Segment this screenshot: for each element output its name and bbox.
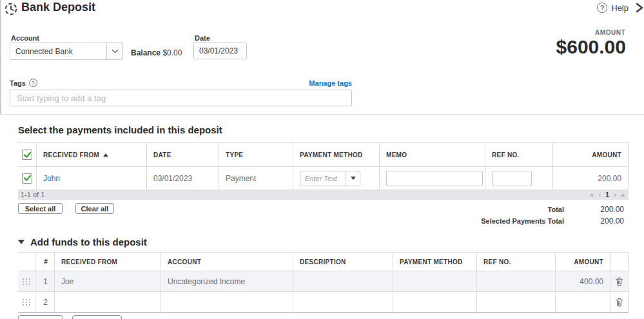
col-line-number: # — [35, 253, 55, 271]
line-number: 2 — [35, 292, 55, 312]
recent-transactions-icon[interactable] — [4, 2, 18, 16]
select-all-checkbox[interactable] — [22, 150, 32, 160]
fund-amount[interactable] — [556, 292, 610, 312]
col-amount[interactable]: AMOUNT — [553, 143, 629, 166]
memo-input[interactable] — [386, 171, 483, 186]
totals-block: Total 200.00 Selected Payments Total 200… — [481, 204, 624, 227]
caret-down-icon — [351, 177, 356, 180]
pagination-prev-button[interactable]: ‹ — [598, 191, 601, 198]
table-bottom-rule — [18, 312, 629, 313]
panel-left-edge — [0, 0, 1, 114]
payments-table-header: RECEIVED FROM DATE TYPE PAYMENT METHOD M… — [18, 143, 629, 167]
add-funds-collapse-toggle[interactable]: Add funds to this deposit — [18, 237, 147, 247]
received-from-link[interactable]: John — [43, 174, 60, 183]
col-description: DESCRIPTION — [293, 253, 393, 271]
amount-total: $600.00 — [556, 36, 626, 58]
tags-help-icon[interactable]: ? — [29, 79, 37, 87]
ref-no-input[interactable] — [492, 171, 532, 186]
fund-ref-no[interactable] — [477, 292, 556, 312]
fund-received-from[interactable]: Joe — [55, 271, 161, 291]
help-button[interactable]: ? Help — [597, 3, 629, 13]
add-funds-table: # RECEIVED FROM ACCOUNT DESCRIPTION PAYM… — [18, 252, 629, 313]
fund-payment-method[interactable] — [393, 271, 477, 291]
col-payment-method[interactable]: PAYMENT METHOD — [293, 143, 380, 166]
total-value: 200.00 — [564, 205, 624, 214]
col-memo[interactable]: MEMO — [380, 143, 485, 166]
add-funds-table-header: # RECEIVED FROM ACCOUNT DESCRIPTION PAYM… — [18, 253, 629, 271]
drag-handle-icon[interactable] — [23, 278, 31, 285]
clear-lines-button-cutoff[interactable] — [72, 315, 122, 319]
pagination-next-button[interactable]: › — [614, 191, 616, 198]
fund-ref-no[interactable] — [477, 271, 556, 291]
date-label: Date — [195, 34, 210, 42]
fund-row[interactable]: 2 — [18, 292, 629, 313]
delete-row-button[interactable] — [610, 277, 628, 286]
payment-method-combo — [300, 171, 360, 186]
payments-table: RECEIVED FROM DATE TYPE PAYMENT METHOD M… — [18, 142, 629, 190]
sort-asc-icon — [103, 153, 108, 157]
fund-account[interactable]: Uncategorized Income — [161, 271, 293, 291]
pagination-bar: 1-1 of 1 « ‹ 1 › » — [18, 189, 629, 200]
drag-handle-icon[interactable] — [23, 299, 31, 305]
fund-row[interactable]: 1 Joe Uncategorized Income 400.00 — [18, 271, 629, 292]
balance-display: Balance $0.00 — [131, 48, 182, 57]
row-checkbox[interactable] — [22, 173, 32, 184]
payment-type: Payment — [219, 167, 293, 189]
fund-account[interactable] — [161, 292, 293, 312]
bank-deposit-page: Bank Deposit ? Help Account Connected Ba… — [0, 0, 644, 319]
account-select-chevron[interactable] — [106, 43, 122, 59]
page-title: Bank Deposit — [21, 1, 95, 14]
delete-row-button[interactable] — [610, 298, 628, 307]
col-payment-method: PAYMENT METHOD — [393, 253, 477, 271]
total-label: Total — [548, 206, 564, 213]
collapse-triangle-icon — [18, 240, 24, 244]
col-type[interactable]: TYPE — [219, 143, 293, 166]
clear-all-button[interactable]: Clear all — [75, 203, 114, 214]
fund-payment-method[interactable] — [393, 292, 477, 312]
line-number: 1 — [35, 271, 55, 291]
amount-label: AMOUNT — [595, 29, 625, 36]
pagination-last-button[interactable]: » — [621, 191, 625, 198]
col-received-from: RECEIVED FROM — [55, 253, 161, 271]
payment-method-input[interactable] — [300, 171, 346, 186]
collapse-panel-icon[interactable] — [634, 2, 644, 14]
col-received-from[interactable]: RECEIVED FROM — [37, 143, 147, 166]
pagination-range: 1-1 of 1 — [21, 191, 44, 198]
help-icon: ? — [597, 3, 607, 13]
payment-date: 03/01/2023 — [147, 167, 219, 189]
col-date[interactable]: DATE — [147, 143, 219, 166]
col-ref-no: REF NO. — [477, 253, 556, 271]
pagination-first-button[interactable]: « — [590, 191, 594, 198]
payment-amount: 200.00 — [553, 167, 629, 189]
col-ref-no[interactable]: REF NO. — [485, 143, 553, 166]
add-lines-button-cutoff[interactable] — [18, 315, 63, 319]
fund-description[interactable] — [293, 271, 393, 291]
account-select[interactable]: Connected Bank — [10, 43, 123, 60]
tags-label: Tags — [10, 79, 26, 87]
manage-tags-link[interactable]: Manage tags — [309, 79, 352, 87]
account-label: Account — [11, 34, 39, 42]
payment-method-dropdown-button[interactable] — [346, 171, 360, 186]
tags-input[interactable] — [10, 90, 352, 106]
pagination-current-page[interactable]: 1 — [605, 191, 609, 198]
selected-payments-total-value: 200.00 — [564, 217, 624, 226]
date-input[interactable] — [193, 43, 247, 59]
col-amount: AMOUNT — [556, 253, 610, 271]
selected-payments-total-label: Selected Payments Total — [481, 217, 564, 225]
payments-section-title: Select the payments included in this dep… — [18, 124, 222, 135]
payment-row: John 03/01/2023 Payment 200.00 — [18, 167, 629, 190]
fund-received-from[interactable] — [55, 292, 161, 312]
fund-amount[interactable]: 400.00 — [556, 271, 610, 291]
section-divider — [0, 114, 644, 115]
col-account: ACCOUNT — [161, 253, 293, 271]
add-funds-section-title: Add funds to this deposit — [30, 237, 147, 247]
select-all-button[interactable]: Select all — [18, 203, 63, 214]
fund-description[interactable] — [293, 292, 393, 312]
